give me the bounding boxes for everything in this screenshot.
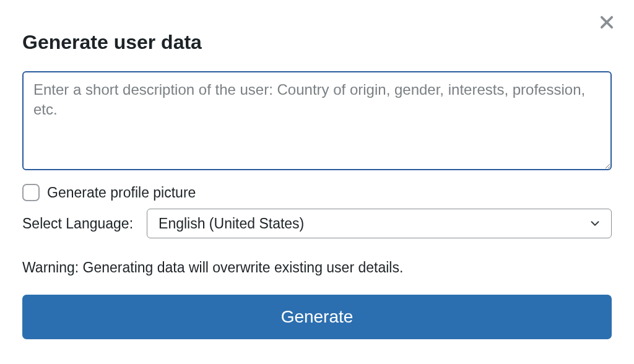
warning-text: Warning: Generating data will overwrite … [22,259,612,276]
close-icon [598,14,615,33]
language-label: Select Language: [22,215,133,232]
generate-user-data-dialog: Generate user data Generate profile pict… [0,0,634,364]
generate-button[interactable]: Generate [22,295,612,339]
language-select-value: English (United States) [147,209,612,238]
dialog-title: Generate user data [22,31,612,54]
profile-picture-checkbox[interactable] [22,184,40,201]
profile-picture-row: Generate profile picture [22,184,612,201]
close-button[interactable] [594,11,619,36]
language-row: Select Language: English (United States) [22,209,612,238]
user-description-input[interactable] [22,71,612,170]
profile-picture-label: Generate profile picture [47,184,196,201]
language-select[interactable]: English (United States) [147,209,612,238]
